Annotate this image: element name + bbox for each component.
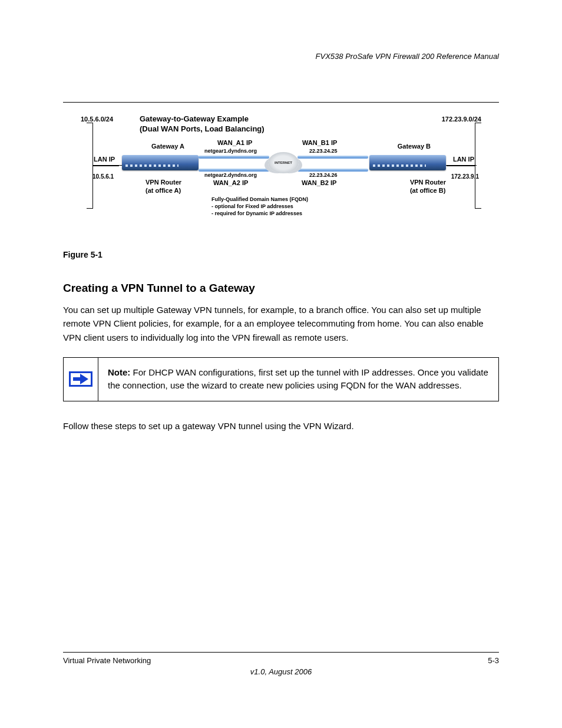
fqdn-l1: Fully-Qualified Domain Names (FQDN)	[211, 196, 308, 202]
vpn-b-l2: (at office B)	[410, 187, 446, 194]
section-title: Creating a VPN Tunnel to a Gateway	[63, 282, 499, 295]
fqdn-l3: - required for Dynamic IP addresses	[211, 210, 302, 216]
link-a1	[199, 156, 269, 159]
fqdn-l2: - optional for Fixed IP addresses	[211, 203, 293, 209]
note-icon-cell	[64, 358, 98, 401]
figure-caption: Figure 5-1	[63, 250, 499, 259]
wan-b1-ip: 22.23.24.25	[309, 148, 338, 154]
vpn-a-l1: VPN Router	[146, 179, 181, 186]
bracket-right	[475, 123, 481, 209]
network-diagram: Gateway-to-Gateway Example (Dual WAN Por…	[81, 114, 481, 232]
lan-b-network: 172.23.9.0/24	[442, 116, 481, 123]
note-text: Note: For DHCP WAN configurations, first…	[98, 358, 498, 401]
paragraph-1: You can set up multiple Gateway VPN tunn…	[63, 303, 499, 344]
paragraph-2: Follow these steps to set up a gateway V…	[63, 419, 499, 433]
lan-b-label: LAN IP	[453, 156, 474, 163]
lan-a-network: 10.5.6.0/24	[81, 116, 113, 123]
vpn-a-l2: (at office A)	[146, 187, 181, 194]
gateway-b-label: Gateway B	[398, 143, 431, 150]
gateway-a-label: Gateway A	[151, 143, 184, 150]
link-b2	[297, 169, 368, 172]
vpn-router-a: VPN Router (at office A)	[146, 179, 181, 195]
header-rule	[63, 102, 499, 103]
note-body: For DHCP WAN configurations, first set u…	[108, 367, 488, 391]
lan-b-ip: 172.23.9.1	[451, 173, 479, 180]
internet-cloud-icon: INTERNET	[268, 152, 299, 173]
wan-b2-ip: 22.23.24.26	[309, 172, 338, 178]
lan-a-rule	[92, 165, 122, 166]
wan-a2-dns: netgear2.dyndns.org	[204, 172, 257, 178]
lan-b-rule	[444, 165, 477, 166]
diagram-title-l2: (Dual WAN Ports, Load Balancing)	[140, 124, 265, 133]
wan-a1-dns: netgear1.dyndns.org	[204, 148, 257, 154]
note-box: Note: For DHCP WAN configurations, first…	[63, 357, 499, 401]
link-a2	[199, 169, 269, 172]
router-b-icon	[369, 155, 446, 170]
diagram-title-l1: Gateway-to-Gateway Example	[140, 114, 249, 123]
bracket-left	[87, 123, 93, 209]
page: FVX538 ProSafe VPN Firewall 200 Referenc…	[0, 0, 562, 728]
diagram-title: Gateway-to-Gateway Example (Dual WAN Por…	[140, 114, 265, 134]
vpn-router-b: VPN Router (at office B)	[410, 179, 446, 195]
header-right: FVX538 ProSafe VPN Firewall 200 Referenc…	[316, 52, 499, 61]
vpn-b-l1: VPN Router	[410, 179, 446, 186]
wan-a2-label: WAN_A2 IP	[213, 179, 248, 186]
footer-rule	[63, 652, 499, 653]
page-header: FVX538 ProSafe VPN Firewall 200 Referenc…	[63, 52, 499, 61]
note-label: Note:	[108, 367, 130, 377]
wan-a1-label: WAN_A1 IP	[217, 139, 252, 146]
footer-version: v1.0, August 2006	[63, 667, 499, 676]
footer-row: Virtual Private Networking 5-3	[63, 656, 499, 665]
wan-b1-label: WAN_B1 IP	[302, 139, 337, 146]
lan-a-label: LAN IP	[94, 156, 115, 163]
wan-b2-label: WAN_B2 IP	[302, 179, 336, 186]
router-a-icon	[122, 155, 199, 170]
arrow-icon	[69, 371, 92, 387]
link-b1	[297, 156, 368, 159]
page-footer: Virtual Private Networking 5-3 v1.0, Aug…	[63, 652, 499, 676]
footer-left: Virtual Private Networking	[63, 656, 151, 665]
lan-a-ip: 10.5.6.1	[92, 173, 114, 180]
fqdn-note: Fully-Qualified Domain Names (FQDN) - op…	[211, 196, 308, 217]
footer-right: 5-3	[488, 656, 499, 665]
